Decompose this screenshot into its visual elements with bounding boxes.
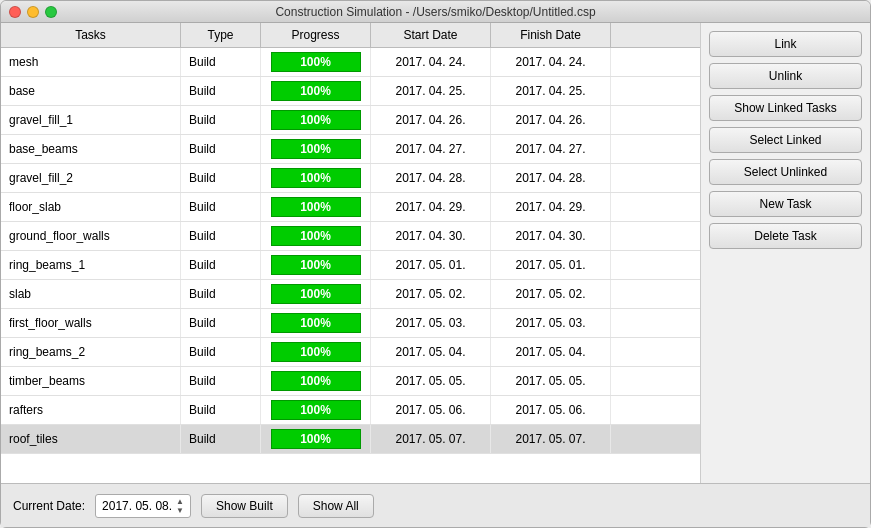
- cell-type: Build: [181, 396, 261, 424]
- show-built-button[interactable]: Show Built: [201, 494, 288, 518]
- minimize-button[interactable]: [27, 6, 39, 18]
- bottom-bar: Current Date: 2017. 05. 08. ▲ ▼ Show Bui…: [1, 483, 870, 527]
- current-date-label: Current Date:: [13, 499, 85, 513]
- cell-task: slab: [1, 280, 181, 308]
- cell-progress: 100%: [261, 338, 371, 366]
- cell-task: base: [1, 77, 181, 105]
- table-row[interactable]: base_beams Build 100% 2017. 04. 27. 2017…: [1, 135, 700, 164]
- cell-finish: 2017. 04. 27.: [491, 135, 611, 163]
- cell-start: 2017. 04. 29.: [371, 193, 491, 221]
- cell-task: gravel_fill_2: [1, 164, 181, 192]
- main-window: Construction Simulation - /Users/smiko/D…: [0, 0, 871, 528]
- cell-start: 2017. 04. 27.: [371, 135, 491, 163]
- show-all-button[interactable]: Show All: [298, 494, 374, 518]
- cell-progress: 100%: [261, 193, 371, 221]
- new-task-button[interactable]: New Task: [709, 191, 862, 217]
- cell-finish: 2017. 05. 03.: [491, 309, 611, 337]
- col-header-finish: Finish Date: [491, 23, 611, 47]
- table-row[interactable]: timber_beams Build 100% 2017. 05. 05. 20…: [1, 367, 700, 396]
- col-header-start: Start Date: [371, 23, 491, 47]
- sidebar: Link Unlink Show Linked Tasks Select Lin…: [700, 23, 870, 483]
- progress-bar: 100%: [271, 342, 361, 362]
- table-row[interactable]: first_floor_walls Build 100% 2017. 05. 0…: [1, 309, 700, 338]
- col-header-progress: Progress: [261, 23, 371, 47]
- cell-task: rafters: [1, 396, 181, 424]
- cell-type: Build: [181, 77, 261, 105]
- cell-type: Build: [181, 106, 261, 134]
- cell-type: Build: [181, 193, 261, 221]
- main-content: Tasks Type Progress Start Date Finish Da…: [1, 23, 870, 483]
- progress-bar: 100%: [271, 429, 361, 449]
- table-row[interactable]: rafters Build 100% 2017. 05. 06. 2017. 0…: [1, 396, 700, 425]
- maximize-button[interactable]: [45, 6, 57, 18]
- delete-task-button[interactable]: Delete Task: [709, 223, 862, 249]
- cell-type: Build: [181, 280, 261, 308]
- cell-progress: 100%: [261, 135, 371, 163]
- date-input-wrapper: 2017. 05. 08. ▲ ▼: [95, 494, 191, 518]
- close-button[interactable]: [9, 6, 21, 18]
- cell-finish: 2017. 04. 30.: [491, 222, 611, 250]
- cell-progress: 100%: [261, 280, 371, 308]
- cell-type: Build: [181, 222, 261, 250]
- cell-task: ring_beams_1: [1, 251, 181, 279]
- table-row[interactable]: slab Build 100% 2017. 05. 02. 2017. 05. …: [1, 280, 700, 309]
- col-header-type: Type: [181, 23, 261, 47]
- cell-start: 2017. 05. 04.: [371, 338, 491, 366]
- cell-start: 2017. 05. 06.: [371, 396, 491, 424]
- table-row[interactable]: ring_beams_1 Build 100% 2017. 05. 01. 20…: [1, 251, 700, 280]
- spinner-down-icon[interactable]: ▼: [176, 506, 184, 515]
- current-date-value: 2017. 05. 08.: [102, 499, 172, 513]
- progress-bar: 100%: [271, 110, 361, 130]
- cell-finish: 2017. 05. 06.: [491, 396, 611, 424]
- cell-progress: 100%: [261, 164, 371, 192]
- table-row[interactable]: base Build 100% 2017. 04. 25. 2017. 04. …: [1, 77, 700, 106]
- cell-progress: 100%: [261, 48, 371, 76]
- cell-type: Build: [181, 164, 261, 192]
- cell-task: gravel_fill_1: [1, 106, 181, 134]
- cell-start: 2017. 05. 05.: [371, 367, 491, 395]
- table-row[interactable]: mesh Build 100% 2017. 04. 24. 2017. 04. …: [1, 48, 700, 77]
- table-row[interactable]: ground_floor_walls Build 100% 2017. 04. …: [1, 222, 700, 251]
- cell-finish: 2017. 04. 28.: [491, 164, 611, 192]
- title-bar: Construction Simulation - /Users/smiko/D…: [1, 1, 870, 23]
- cell-finish: 2017. 05. 07.: [491, 425, 611, 453]
- cell-start: 2017. 05. 01.: [371, 251, 491, 279]
- cell-progress: 100%: [261, 309, 371, 337]
- table-row[interactable]: roof_tiles Build 100% 2017. 05. 07. 2017…: [1, 425, 700, 454]
- progress-bar: 100%: [271, 226, 361, 246]
- progress-bar: 100%: [271, 81, 361, 101]
- table-row[interactable]: gravel_fill_1 Build 100% 2017. 04. 26. 2…: [1, 106, 700, 135]
- cell-type: Build: [181, 338, 261, 366]
- cell-start: 2017. 05. 03.: [371, 309, 491, 337]
- table-row[interactable]: gravel_fill_2 Build 100% 2017. 04. 28. 2…: [1, 164, 700, 193]
- cell-finish: 2017. 04. 24.: [491, 48, 611, 76]
- progress-bar: 100%: [271, 168, 361, 188]
- date-spinner[interactable]: ▲ ▼: [176, 497, 184, 515]
- cell-task: roof_tiles: [1, 425, 181, 453]
- select-linked-button[interactable]: Select Linked: [709, 127, 862, 153]
- cell-type: Build: [181, 425, 261, 453]
- select-unlinked-button[interactable]: Select Unlinked: [709, 159, 862, 185]
- progress-bar: 100%: [271, 197, 361, 217]
- show-linked-tasks-button[interactable]: Show Linked Tasks: [709, 95, 862, 121]
- cell-task: floor_slab: [1, 193, 181, 221]
- progress-bar: 100%: [271, 371, 361, 391]
- spinner-up-icon[interactable]: ▲: [176, 497, 184, 506]
- cell-task: ground_floor_walls: [1, 222, 181, 250]
- cell-progress: 100%: [261, 251, 371, 279]
- unlink-button[interactable]: Unlink: [709, 63, 862, 89]
- cell-start: 2017. 04. 24.: [371, 48, 491, 76]
- progress-bar: 100%: [271, 400, 361, 420]
- table-row[interactable]: floor_slab Build 100% 2017. 04. 29. 2017…: [1, 193, 700, 222]
- table-header: Tasks Type Progress Start Date Finish Da…: [1, 23, 700, 48]
- cell-start: 2017. 04. 25.: [371, 77, 491, 105]
- window-controls: [9, 6, 57, 18]
- cell-finish: 2017. 05. 05.: [491, 367, 611, 395]
- cell-progress: 100%: [261, 425, 371, 453]
- link-button[interactable]: Link: [709, 31, 862, 57]
- cell-progress: 100%: [261, 106, 371, 134]
- cell-start: 2017. 04. 26.: [371, 106, 491, 134]
- cell-type: Build: [181, 367, 261, 395]
- table-row[interactable]: ring_beams_2 Build 100% 2017. 05. 04. 20…: [1, 338, 700, 367]
- progress-bar: 100%: [271, 284, 361, 304]
